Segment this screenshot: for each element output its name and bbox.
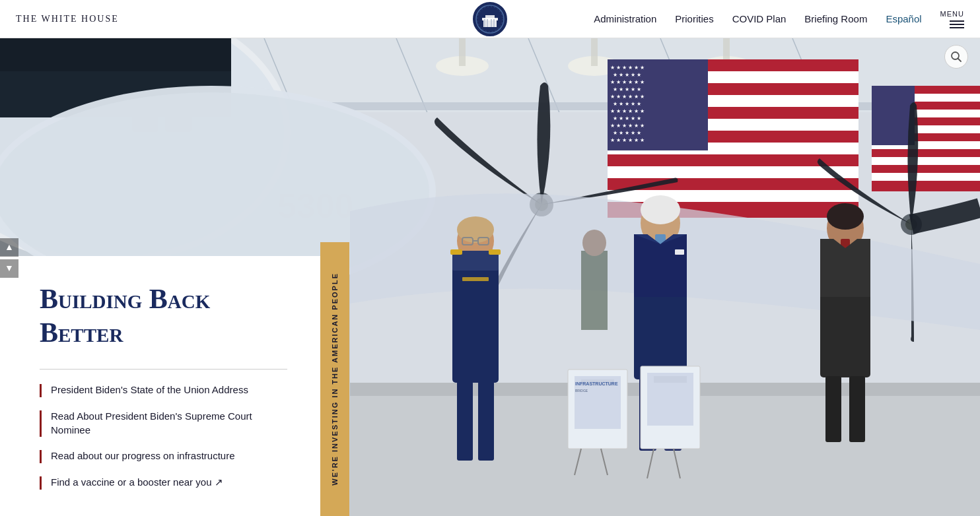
svg-rect-99 bbox=[581, 251, 608, 330]
wh-seal-logo[interactable] bbox=[473, 2, 507, 36]
nav-priorities[interactable]: Priorities bbox=[675, 13, 713, 24]
svg-rect-28 bbox=[608, 166, 858, 178]
svg-line-128 bbox=[958, 59, 962, 62]
svg-rect-55 bbox=[872, 165, 980, 173]
svg-rect-105 bbox=[581, 396, 614, 399]
svg-rect-64 bbox=[0, 38, 231, 71]
site-title: THE WHITE HOUSE bbox=[16, 14, 119, 24]
svg-rect-81 bbox=[457, 381, 473, 461]
svg-rect-16 bbox=[591, 38, 598, 66]
svg-text:INFRASTRUCTURE: INFRASTRUCTURE bbox=[575, 381, 618, 386]
header-center bbox=[473, 2, 507, 36]
link-item-2[interactable]: Read About President Biden's Supreme Cou… bbox=[40, 409, 287, 437]
menu-button[interactable]: MENU bbox=[940, 10, 964, 28]
menu-label: MENU bbox=[940, 10, 964, 18]
svg-rect-53 bbox=[872, 149, 980, 157]
svg-rect-15 bbox=[459, 38, 466, 66]
main-heading: Building Back Better bbox=[40, 282, 287, 349]
next-arrow[interactable]: ▼ bbox=[0, 259, 18, 278]
svg-rect-30 bbox=[608, 190, 858, 202]
svg-rect-98 bbox=[849, 376, 865, 442]
svg-text:★ ★ ★ ★ ★: ★ ★ ★ ★ ★ bbox=[613, 130, 641, 136]
divider bbox=[40, 369, 287, 370]
svg-rect-80 bbox=[462, 277, 489, 281]
svg-text:★ ★ ★ ★ ★: ★ ★ ★ ★ ★ bbox=[613, 86, 641, 92]
menu-line-3 bbox=[950, 27, 964, 28]
vertical-banner: WE'RE INVESTING IN THE AMERICAN PEOPLE bbox=[320, 242, 349, 516]
link-text-3[interactable]: Read about our progress on infrastructur… bbox=[51, 449, 235, 463]
menu-line-2 bbox=[950, 24, 964, 25]
header: THE WHITE HOUSE Administration Prioritie… bbox=[0, 0, 980, 38]
svg-rect-79 bbox=[489, 249, 501, 255]
svg-rect-121 bbox=[485, 15, 495, 19]
link-bar-4 bbox=[40, 476, 42, 490]
content-links: President Biden's State of the Union Add… bbox=[40, 383, 287, 490]
svg-text:★ ★ ★ ★ ★ ★: ★ ★ ★ ★ ★ ★ bbox=[610, 94, 645, 100]
header-nav: Administration Priorities COVID Plan Bri… bbox=[594, 10, 964, 28]
svg-rect-122 bbox=[484, 19, 485, 27]
menu-lines-icon bbox=[950, 20, 964, 28]
svg-text:★ ★ ★ ★ ★: ★ ★ ★ ★ ★ bbox=[613, 101, 641, 107]
svg-rect-56 bbox=[872, 173, 980, 181]
svg-rect-57 bbox=[872, 181, 980, 191]
carousel-controls: ▲ ▼ bbox=[0, 238, 18, 278]
link-text-2[interactable]: Read About President Biden's Supreme Cou… bbox=[51, 409, 287, 437]
link-item-3[interactable]: Read about our progress on infrastructur… bbox=[40, 449, 287, 463]
nav-covid[interactable]: COVID Plan bbox=[732, 13, 787, 24]
svg-text:★ ★ ★ ★ ★ ★: ★ ★ ★ ★ ★ ★ bbox=[610, 65, 645, 71]
svg-rect-106 bbox=[581, 403, 614, 406]
nav-briefing[interactable]: Briefing Room bbox=[804, 13, 867, 24]
svg-text:★ ★ ★ ★ ★ ★: ★ ★ ★ ★ ★ ★ bbox=[610, 123, 645, 129]
link-bar-2 bbox=[40, 410, 42, 437]
link-bar-1 bbox=[40, 384, 42, 397]
link-text-4[interactable]: Find a vaccine or a booster near you ↗ bbox=[51, 475, 223, 489]
svg-rect-97 bbox=[825, 376, 841, 442]
header-left: THE WHITE HOUSE bbox=[16, 14, 119, 24]
svg-rect-123 bbox=[487, 19, 488, 27]
link-bar-3 bbox=[40, 450, 42, 463]
prev-arrow[interactable]: ▲ bbox=[0, 238, 18, 257]
search-icon bbox=[950, 51, 962, 63]
link-item-4[interactable]: Find a vaccine or a booster near you ↗ bbox=[40, 475, 287, 490]
svg-rect-78 bbox=[450, 249, 462, 255]
svg-text:★ ★ ★ ★ ★: ★ ★ ★ ★ ★ bbox=[613, 115, 641, 121]
svg-point-88 bbox=[641, 195, 680, 224]
nav-administration[interactable]: Administration bbox=[594, 13, 656, 24]
svg-rect-124 bbox=[491, 19, 492, 27]
search-button[interactable] bbox=[944, 45, 968, 69]
svg-rect-82 bbox=[478, 381, 494, 461]
link-item-1[interactable]: President Biden's State of the Union Add… bbox=[40, 383, 287, 397]
svg-text:★ ★ ★ ★ ★: ★ ★ ★ ★ ★ bbox=[613, 72, 641, 78]
svg-text:★ ★ ★ ★ ★ ★: ★ ★ ★ ★ ★ ★ bbox=[610, 137, 645, 143]
svg-rect-113 bbox=[654, 393, 687, 396]
nav-espanol[interactable]: Español bbox=[886, 13, 921, 24]
svg-rect-90 bbox=[675, 249, 684, 255]
vertical-banner-text: WE'RE INVESTING IN THE AMERICAN PEOPLE bbox=[331, 273, 339, 486]
svg-point-100 bbox=[582, 230, 606, 256]
svg-rect-54 bbox=[872, 157, 980, 165]
menu-line-1 bbox=[950, 20, 964, 22]
left-content-panel: Building Back Better President Biden's S… bbox=[0, 256, 320, 516]
svg-point-95 bbox=[827, 203, 864, 230]
svg-rect-111 bbox=[654, 376, 687, 383]
svg-rect-125 bbox=[493, 19, 495, 27]
svg-text:BRIDGE: BRIDGE bbox=[575, 389, 588, 393]
link-text-1[interactable]: President Biden's State of the Union Add… bbox=[51, 383, 248, 397]
svg-text:★ ★ ★ ★ ★ ★: ★ ★ ★ ★ ★ ★ bbox=[610, 108, 645, 114]
svg-text:★ ★ ★ ★ ★ ★: ★ ★ ★ ★ ★ ★ bbox=[610, 79, 645, 85]
svg-rect-112 bbox=[654, 386, 687, 389]
